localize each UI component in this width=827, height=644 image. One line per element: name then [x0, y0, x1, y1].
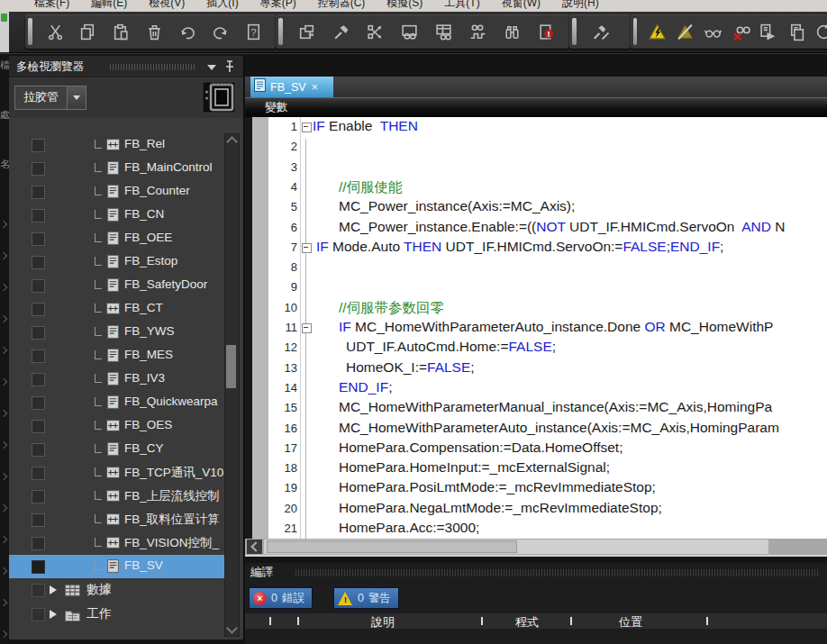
tree-item-fb-oes[interactable]: FB_OES — [9, 414, 243, 438]
watch-window-icon[interactable] — [392, 16, 426, 47]
toolbar-group-handle[interactable] — [633, 18, 637, 45]
tree-group-table[interactable]: 數據 — [9, 578, 243, 603]
code-line-14[interactable]: 14END_IF; — [245, 378, 827, 398]
tree-item-checkbox[interactable] — [32, 186, 45, 199]
code-line-12[interactable]: 12UDT_IF.AutoCmd.Home:=FALSE; — [245, 338, 827, 358]
tree-item-checkbox[interactable] — [32, 349, 45, 363]
code-line-21[interactable]: 21HomePara.Acc:=3000; — [245, 519, 827, 539]
device-selector[interactable]: 拉胶管 — [14, 86, 86, 110]
tree-item-fb-ct[interactable]: FB_CT — [9, 297, 243, 321]
code-line-20[interactable]: 20HomePara.NegaLmtMode:=_mcRevImmediateS… — [245, 499, 827, 519]
code-line-10[interactable]: 10//伺服带参数回零 — [245, 298, 827, 318]
fold-collapse-icon[interactable] — [302, 323, 312, 333]
rebuild-icon[interactable] — [358, 16, 392, 47]
code-line-8[interactable]: 8 — [245, 258, 827, 277]
code-line-6[interactable]: 6MC_Power_instance.Enable:=((NOT UDT_IF.… — [245, 218, 827, 238]
code-editor[interactable]: 1IF Enable THEN234//伺服使能5MC_Power_instan… — [245, 117, 827, 539]
data-trace-icon[interactable] — [460, 16, 495, 47]
tree-item-checkbox[interactable] — [32, 537, 45, 550]
close-icon[interactable]: × — [312, 81, 319, 93]
monitor-stop-icon[interactable] — [727, 16, 755, 47]
menu-item[interactable]: 檢視(V) — [138, 0, 195, 13]
paste-icon[interactable] — [105, 16, 138, 47]
column-location[interactable]: 位置 — [619, 614, 642, 630]
scroll-down-icon[interactable] — [226, 622, 238, 634]
scroll-up-icon[interactable] — [226, 136, 238, 148]
build-icon[interactable] — [323, 16, 358, 47]
tree-item-fb-[interactable]: FB_取料位置计算 — [9, 508, 243, 531]
tree-item-checkbox[interactable] — [32, 256, 45, 269]
toolbar-group-handle[interactable] — [28, 18, 32, 45]
tree-item-checkbox[interactable] — [32, 303, 45, 316]
go-online-icon[interactable] — [643, 16, 671, 47]
tree-item-checkbox[interactable] — [32, 513, 45, 527]
tree-item-checkbox[interactable] — [32, 560, 45, 574]
menu-item[interactable]: 控制器(C) — [307, 0, 377, 13]
cut-icon[interactable] — [39, 16, 72, 47]
tree-item-fb-rel[interactable]: FB_Rel — [9, 133, 243, 157]
undo-icon[interactable] — [171, 16, 204, 47]
horizontal-scrollbar[interactable] — [245, 539, 827, 557]
tree-item-fb-cy[interactable]: FB_CY — [9, 438, 243, 461]
code-line-1[interactable]: 1IF Enable THEN — [245, 117, 827, 137]
tree-item-fb-safetydoor[interactable]: FB_SafetyDoor — [9, 274, 243, 297]
menu-item[interactable]: 編輯(E) — [80, 0, 138, 13]
menu-item[interactable]: 插入(I) — [195, 0, 249, 13]
search-icon[interactable] — [495, 16, 529, 47]
monitor-icon[interactable] — [699, 16, 727, 47]
tree-item-fb-tcp-v10[interactable]: FB_TCP通讯_V10 — [9, 461, 243, 485]
menu-item[interactable]: 視窗(W) — [491, 0, 551, 13]
column-description[interactable]: 說明 — [371, 614, 395, 630]
warnings-filter-button[interactable]: ! 0 警告 — [333, 587, 399, 609]
go-offline-icon[interactable] — [671, 16, 699, 47]
redo-icon[interactable] — [204, 16, 238, 47]
horizontal-scrollbar-track[interactable] — [264, 540, 768, 554]
menu-item[interactable]: 工具(T) — [433, 0, 490, 13]
tree-item-fb-[interactable]: FB_上层流线控制 — [9, 485, 243, 508]
code-line-16[interactable]: 16MC_HomeWithParameterAuto_instance(Axis… — [245, 419, 827, 439]
scroll-left-button[interactable] — [247, 540, 262, 554]
help-icon[interactable]: ? — [237, 16, 270, 47]
window-export-icon[interactable] — [289, 16, 323, 47]
code-line-18[interactable]: 18HomePara.HomeInput:=_mcExternalSignal; — [245, 458, 827, 478]
tree-item-fb-iv3[interactable]: FB_IV3 — [9, 367, 243, 391]
synchronize-icon[interactable] — [810, 16, 827, 47]
tree-item-checkbox[interactable] — [32, 396, 45, 410]
tree-item-checkbox[interactable] — [32, 209, 45, 222]
tree-item-checkbox[interactable] — [32, 443, 45, 457]
variables-section-bar[interactable]: 變數 — [245, 97, 827, 117]
toolbar-group-handle[interactable] — [278, 18, 283, 45]
tree-item-checkbox[interactable] — [32, 139, 45, 152]
code-line-9[interactable]: 9 — [245, 277, 827, 297]
tree-item-checkbox[interactable] — [32, 326, 45, 340]
tree-item-checkbox[interactable] — [32, 232, 45, 246]
tree-item-fb-yws[interactable]: FB_YWS — [9, 321, 243, 344]
tree-item-fb-counter[interactable]: FB_Counter — [9, 180, 243, 204]
menu-item[interactable]: 模擬(S) — [376, 0, 433, 13]
program-run-icon[interactable] — [754, 16, 782, 47]
horizontal-scrollbar-thumb[interactable] — [267, 540, 517, 553]
device-name[interactable]: 拉胶管 — [14, 86, 67, 110]
edit-and-build-icon[interactable] — [583, 16, 617, 47]
tree-group-folder[interactable]: 工作 — [9, 603, 243, 627]
menu-item[interactable]: 專案(P) — [250, 0, 307, 13]
expand-arrow-icon[interactable] — [50, 585, 57, 594]
tree-item-checkbox[interactable] — [32, 420, 45, 433]
code-line-11[interactable]: 11IF MC_HomeWithParameterAuto_instance.D… — [245, 318, 827, 338]
tree-item-fb-quickwearpa[interactable]: FB_Quickwearpa — [9, 391, 243, 414]
expand-arrow-icon[interactable] — [50, 610, 57, 619]
troubleshoot-icon[interactable]: ! — [529, 16, 563, 47]
code-line-13[interactable]: 13HomeOK_I:=FALSE; — [245, 358, 827, 378]
tree-item-fb-vision-[interactable]: FB_VISION控制_ — [9, 531, 243, 555]
code-line-7[interactable]: 7IF Mode.Auto THEN UDT_IF.HMICmd.ServoOn… — [245, 238, 827, 258]
delete-icon[interactable] — [138, 16, 171, 47]
tree-item-checkbox[interactable] — [32, 608, 45, 621]
tree-item-fb-oee[interactable]: FB_OEE — [9, 227, 243, 250]
tree-item-fb-sv[interactable]: FB_SV — [9, 555, 243, 578]
program-copy-icon[interactable] — [782, 16, 810, 47]
errors-filter-button[interactable]: × 0 錯誤 — [249, 587, 313, 609]
tree-item-checkbox[interactable] — [32, 279, 45, 293]
code-line-4[interactable]: 4//伺服使能 — [245, 177, 827, 197]
tree-item-fb-mes[interactable]: FB_MES — [9, 344, 243, 367]
tree-item-checkbox[interactable] — [32, 490, 45, 503]
